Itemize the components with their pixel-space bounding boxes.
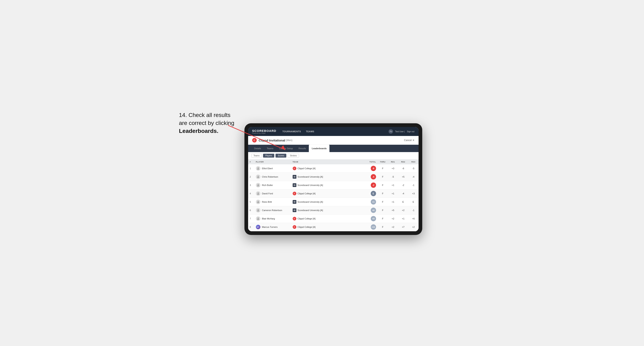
team-logo xyxy=(293,200,296,204)
nav-teams[interactable]: TEAMS xyxy=(306,129,314,134)
player-cell: Rees Britt xyxy=(254,198,291,206)
tab-course-setup[interactable]: Course Setup xyxy=(276,145,296,152)
table-row: 8MTMarcus TurnersCClippd College [A]+11F… xyxy=(248,223,418,231)
total-badge: +9 xyxy=(371,216,376,221)
col-total: TOTAL xyxy=(364,160,378,164)
team-name: Clippd College [A] xyxy=(298,217,316,220)
top-nav: SCOREBOARD Powered by clippd TOURNAMENTS… xyxy=(248,127,418,136)
total-badge: +1 xyxy=(371,199,376,204)
thru-cell: F xyxy=(378,206,388,214)
rank-cell: 3 xyxy=(248,181,254,189)
team-name: Clippd College [A] xyxy=(298,192,316,195)
rank-number: 4 xyxy=(250,192,251,195)
col-player: PLAYER xyxy=(254,160,291,164)
thru-cell: F xyxy=(378,223,388,231)
logo-area: SCOREBOARD Powered by clippd xyxy=(252,129,276,134)
rd2-cell: -4 xyxy=(398,189,408,198)
total-cell: -4 xyxy=(364,173,378,181)
total-badge: E xyxy=(371,191,376,196)
team-name: Clippd College [A] xyxy=(298,167,316,170)
team-cell: Scoreboard University [A] xyxy=(291,206,364,214)
team-logo xyxy=(293,175,296,178)
tab-teams[interactable]: Teams xyxy=(264,145,276,152)
filter-strokes[interactable]: Strokes xyxy=(288,154,299,158)
avatar xyxy=(256,200,260,204)
table-row: 7 Blair McHargCClippd College [A]+9F+2+1… xyxy=(248,214,418,223)
team-cell: Scoreboard University [A] xyxy=(291,173,364,181)
user-avatar: TU xyxy=(388,129,393,134)
rank-number: 5 xyxy=(250,201,251,203)
svg-point-3 xyxy=(258,176,258,177)
annotation-line1: 14. Check all results xyxy=(179,112,230,118)
team-cell: CClippd College [A] xyxy=(291,164,364,173)
annotation-line2: are correct by clicking xyxy=(179,120,234,126)
team-cell: Scoreboard University [A] xyxy=(291,198,364,206)
team-logo: C xyxy=(293,192,296,195)
team-name: Scoreboard University [A] xyxy=(298,201,323,203)
team-name: Scoreboard University [A] xyxy=(298,209,323,211)
rank-cell: 4 xyxy=(248,189,254,198)
total-badge: +11 xyxy=(371,224,376,230)
total-badge: -2 xyxy=(371,182,376,188)
player-cell: Elliot Ebert xyxy=(254,164,291,173)
rank-cell: 1 xyxy=(248,164,254,173)
player-name: Rich Butler xyxy=(262,184,273,186)
rd1-cell: -5 xyxy=(388,173,398,181)
player-cell: Rich Butler xyxy=(254,181,291,189)
rd2-cell: +7 xyxy=(398,223,408,231)
total-cell: E xyxy=(364,189,378,198)
logo-text: SCOREBOARD xyxy=(252,129,276,133)
avatar xyxy=(256,208,260,212)
filter-players[interactable]: Players xyxy=(263,154,274,158)
tournament-title: Clippd Invitational xyxy=(259,139,285,142)
thru-cell: F xyxy=(378,214,388,223)
total-cell: +6 xyxy=(364,206,378,214)
rd1-cell: +5 xyxy=(388,206,398,214)
annotation-line3: Leaderboards. xyxy=(179,128,218,134)
total-cell: -2 xyxy=(364,181,378,189)
total-cell: +1 xyxy=(364,198,378,206)
nav-tournaments[interactable]: TOURNAMENTS xyxy=(282,129,301,134)
cancel-button[interactable]: Cancel ✕ xyxy=(404,139,414,142)
col-rank: # xyxy=(248,160,254,164)
nav-user: Test User | xyxy=(395,131,405,133)
tab-details[interactable]: Details xyxy=(252,145,264,152)
col-rd2: RD2 xyxy=(398,160,408,164)
nav-right: TU Test User | Sign out xyxy=(388,129,414,134)
avatar: MT xyxy=(256,225,260,229)
tab-leaderboards[interactable]: Leaderboards xyxy=(309,145,330,152)
svg-point-7 xyxy=(258,209,258,210)
team-cell: Scoreboard University [A] xyxy=(291,181,364,189)
player-name: Elliot Ebert xyxy=(262,167,273,170)
thru-cell: F xyxy=(378,189,388,198)
rd3-cell: -5 xyxy=(408,164,418,173)
nav-signout[interactable]: Sign out xyxy=(407,131,414,133)
rd2-cell: +5 xyxy=(398,173,408,181)
rd3-cell: -1 xyxy=(408,181,418,189)
rank-number: 7 xyxy=(250,217,251,220)
team-cell: CClippd College [A] xyxy=(291,223,364,231)
rank-cell: 7 xyxy=(248,214,254,223)
rd2-cell: +1 xyxy=(398,214,408,223)
total-badge: -4 xyxy=(371,174,376,179)
page-wrapper: 14. Check all results are correct by cli… xyxy=(179,111,465,235)
rank-cell: 2 xyxy=(248,173,254,181)
tab-results[interactable]: Results xyxy=(296,145,309,152)
tablet-frame: SCOREBOARD Powered by clippd TOURNAMENTS… xyxy=(244,123,422,235)
rank-number: 6 xyxy=(250,209,251,211)
player-name: Cameron Robertson xyxy=(262,209,282,211)
svg-point-4 xyxy=(258,184,258,185)
filter-teams[interactable]: Teams xyxy=(252,154,262,158)
table-row: 2 Chris Robertson Scoreboard University … xyxy=(248,173,418,181)
rd2-cell: -2 xyxy=(398,181,408,189)
team-logo: C xyxy=(293,167,296,170)
tournament-icon: C xyxy=(252,138,257,143)
svg-point-6 xyxy=(258,201,258,202)
logo-subtitle: Powered by clippd xyxy=(252,133,276,134)
thru-cell: F xyxy=(378,198,388,206)
rd2-cell: +2 xyxy=(398,206,408,214)
team-logo xyxy=(293,208,296,212)
team-logo: C xyxy=(293,225,296,229)
player-cell: David Ford xyxy=(254,189,291,198)
filter-scores[interactable]: Scores xyxy=(276,154,286,158)
